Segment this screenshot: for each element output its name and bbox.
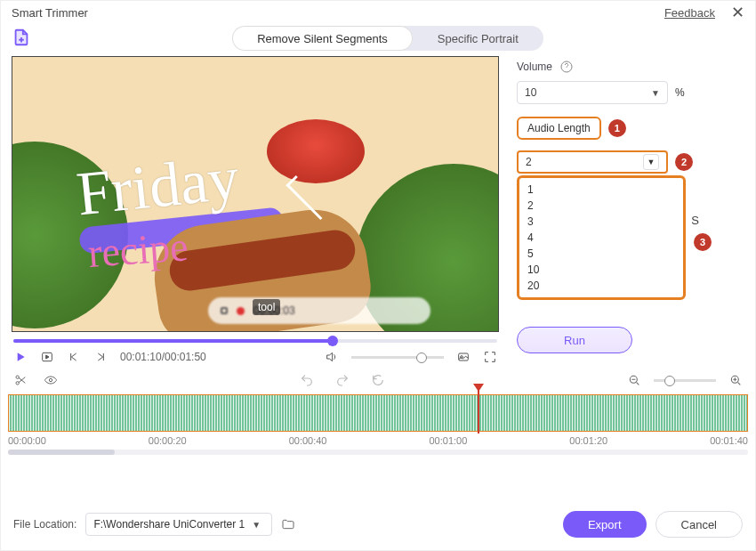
player-controls: 00:01:10/00:01:50 [12,343,499,364]
prev-frame-icon[interactable] [67,350,81,364]
audio-length-option[interactable]: 1 [519,182,683,198]
next-frame-icon[interactable] [93,350,108,364]
eye-icon[interactable] [44,373,58,387]
volume-slider[interactable] [351,356,444,359]
help-icon[interactable] [559,60,574,74]
audio-length-option[interactable]: 4 [519,230,683,246]
mode-tabs: Remove Silent Segments Specific Portrait [232,26,543,51]
open-folder-icon[interactable] [281,517,295,531]
scrub-bar[interactable] [13,339,497,343]
audio-length-option[interactable]: 3 [519,214,683,230]
preview-tool-badge: tool [253,299,280,315]
volume-icon[interactable] [325,350,339,364]
chevron-down-icon: ▼ [252,520,261,530]
audio-length-option[interactable]: 10 [519,262,683,278]
audio-length-select[interactable]: 2 ▼ [517,150,668,174]
chevron-down-icon: ▼ [651,88,660,98]
audio-length-option[interactable]: 20 [519,278,683,294]
audio-length-option[interactable]: 5 [519,246,683,262]
add-file-icon[interactable] [12,28,31,50]
tab-specific-portrait[interactable]: Specific Portrait [413,26,543,51]
dropdown-unit-letter: S [691,214,699,227]
main-area: Friday recipe 00:00:03 tool 00:01:10/00:… [1,56,755,364]
waveform[interactable] [8,394,748,432]
top-row: Remove Silent Segments Specific Portrait [1,24,755,56]
title-bar: Smart Trimmer Feedback ✕ [1,1,755,24]
volume-label: Volume [517,61,552,73]
feedback-link[interactable]: Feedback [664,6,715,20]
zoom-in-icon[interactable] [728,373,743,387]
snapshot-icon[interactable] [456,350,470,364]
playhead[interactable] [478,385,479,434]
waveform-area [8,394,748,432]
footer: File Location: F:\Wondershare UniConvert… [1,500,755,550]
close-icon[interactable]: ✕ [731,4,744,20]
timecode: 00:01:10/00:01:50 [120,351,206,363]
zoom-slider[interactable] [654,379,716,382]
cancel-button[interactable]: Cancel [655,511,743,538]
audio-length-chip: Audio Length [517,117,601,140]
fullscreen-icon[interactable] [483,350,497,364]
callout-2: 2 [675,153,693,171]
time-ticks: 00:00:00 00:00:20 00:00:40 00:01:00 00:0… [8,435,748,446]
play-frame-icon[interactable] [40,350,54,364]
cut-icon[interactable] [13,373,28,387]
restore-icon[interactable] [371,373,385,387]
player-column: Friday recipe 00:00:03 tool 00:01:10/00:… [12,56,499,364]
redo-icon[interactable] [335,373,350,387]
audio-length-dropdown[interactable]: 1 2 3 4 5 10 20 S 3 [517,175,686,300]
file-location-label: File Location: [13,518,76,531]
export-button[interactable]: Export [563,511,647,538]
run-button[interactable]: Run [517,327,632,353]
settings-panel: Volume 10 ▼ % Audio Length 1 2 ▼ 2 1 2 3 [517,56,744,364]
audio-length-option[interactable]: 2 [519,198,683,214]
preview-record-bar: 00:00:03 [208,297,430,324]
tab-remove-silent[interactable]: Remove Silent Segments [232,26,413,51]
chevron-down-icon: ▼ [643,154,659,170]
callout-3: 3 [694,233,712,251]
video-preview[interactable]: Friday recipe 00:00:03 tool [12,56,499,332]
timeline-tools [1,364,755,391]
timeline-scrollbar[interactable] [8,450,748,455]
zoom-out-icon[interactable] [627,373,641,387]
file-location-select[interactable]: F:\Wondershare UniConverter 1 ▼ [85,513,272,536]
volume-unit: % [675,86,685,99]
play-icon[interactable] [13,350,28,364]
undo-icon[interactable] [300,373,314,387]
window-title: Smart Trimmer [12,6,88,20]
callout-1: 1 [608,119,626,137]
preview-overlay-subtitle: recipe [86,223,189,277]
svg-point-6 [49,378,52,381]
volume-select[interactable]: 10 ▼ [517,81,668,104]
